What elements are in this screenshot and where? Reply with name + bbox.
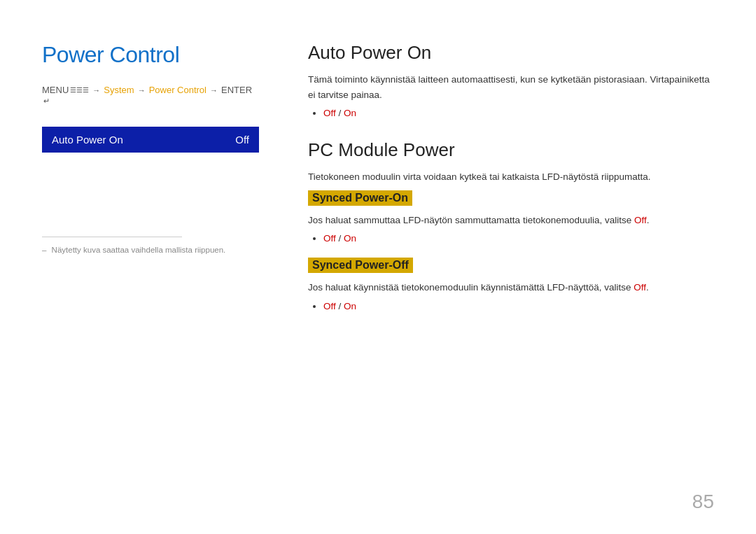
section-title-auto-power-on: Auto Power On (308, 42, 714, 64)
breadcrumb-arrow-1: → (92, 86, 100, 94)
section-pc-module-power: PC Module Power Tietokoneen moduulin vir… (308, 139, 714, 311)
off-label-synced-on: Off (323, 233, 336, 244)
footnote-text: Näytetty kuva saattaa vaihdella mallista… (52, 246, 226, 254)
section-desc-auto-power-on: Tämä toiminto käynnistää laitteen automa… (308, 72, 714, 102)
breadcrumb: MENU ☰☰☰ → System → Power Control → ENTE… (42, 85, 259, 106)
page-title: Power Control (42, 42, 259, 68)
footnote: – Näytetty kuva saattaa vaihdella mallis… (42, 246, 259, 254)
breadcrumb-power-control: Power Control (149, 85, 206, 95)
menu-list: Auto Power On Off (42, 127, 259, 153)
subsection-desc-synced-power-on: Jos haluat sammuttaa LFD-näytön sammutta… (308, 213, 714, 228)
subsection-synced-power-off: Synced Power-Off Jos haluat käynnistää t… (308, 258, 714, 311)
bullet-item-auto-power-on: Off / On (323, 108, 714, 118)
on-label: On (344, 108, 356, 118)
off-highlight-synced-off: Off (634, 282, 646, 293)
subsection-synced-power-on: Synced Power-On Jos haluat sammuttaa LFD… (308, 190, 714, 244)
left-panel: Power Control MENU ☰☰☰ → System → Power … (42, 42, 280, 506)
on-label-synced-on: On (344, 233, 356, 244)
on-label-synced-off: On (344, 301, 356, 311)
section-title-pc-module-power: PC Module Power (308, 139, 714, 161)
section-desc-pc-module-power: Tietokoneen moduulin virta voidaan kytke… (308, 169, 714, 185)
menu-item-value: Off (235, 134, 249, 146)
footnote-dash: – (42, 246, 46, 254)
subsection-title-synced-power-on: Synced Power-On (308, 190, 412, 206)
divider (42, 237, 182, 237)
menu-item-auto-power-on[interactable]: Auto Power On Off (42, 127, 259, 153)
breadcrumb-arrow-2: → (138, 86, 146, 94)
bullet-list-auto-power-on: Off / On (308, 108, 714, 118)
bullet-item-synced-power-on: Off / On (323, 233, 714, 244)
breadcrumb-enter-icon: ↵ (43, 97, 50, 106)
off-label-synced-off: Off (323, 301, 336, 311)
menu-item-label: Auto Power On (52, 134, 123, 146)
right-panel: Auto Power On Tämä toiminto käynnistää l… (280, 42, 714, 506)
off-label: Off (323, 108, 336, 118)
subsection-desc-synced-power-off: Jos haluat käynnistää tietokonemoduulin … (308, 280, 714, 295)
breadcrumb-enter: ENTER (221, 85, 252, 95)
bullet-item-synced-power-off: Off / On (323, 301, 714, 311)
subsection-title-synced-power-off: Synced Power-Off (308, 258, 413, 273)
slash-synced-on: / (339, 233, 344, 244)
breadcrumb-arrow-3: → (210, 86, 218, 94)
page-number: 85 (692, 491, 714, 513)
breadcrumb-system: System (104, 85, 134, 95)
bullet-list-synced-power-on: Off / On (308, 233, 714, 244)
off-highlight-synced-on: Off (634, 215, 647, 225)
slash-synced-off: / (339, 301, 344, 311)
section-auto-power-on: Auto Power On Tämä toiminto käynnistää l… (308, 42, 714, 118)
breadcrumb-menu: MENU (42, 85, 69, 95)
slash: / (339, 108, 344, 118)
bullet-list-synced-power-off: Off / On (308, 301, 714, 311)
breadcrumb-menu-icon: ☰☰☰ (70, 86, 89, 94)
